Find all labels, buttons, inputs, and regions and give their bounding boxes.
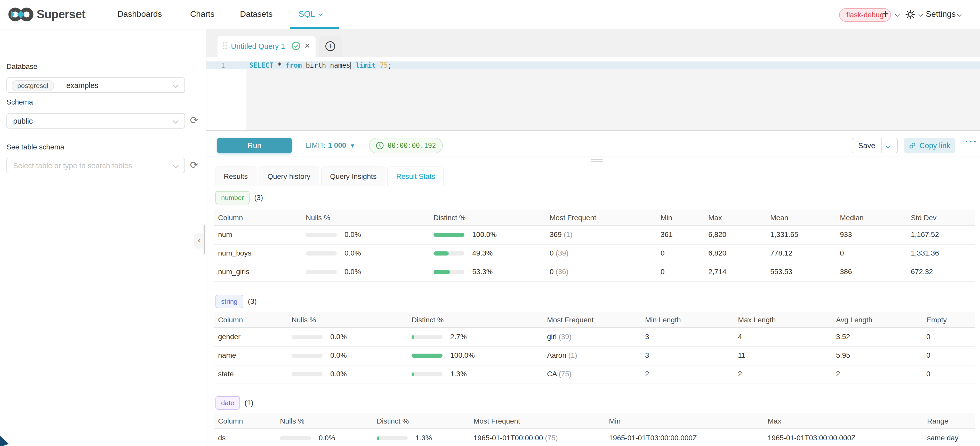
new-item-button[interactable]: + bbox=[882, 7, 889, 21]
stat-value: 11 bbox=[738, 351, 745, 360]
query-tab-title[interactable]: Untitled Query 1 bbox=[231, 42, 285, 51]
drag-handle-icon[interactable] bbox=[223, 42, 224, 44]
column-name: gender bbox=[218, 333, 240, 341]
result-tab-query-history[interactable]: Query history bbox=[259, 166, 319, 186]
limit-label: LIMIT: bbox=[306, 141, 325, 149]
database-engine-tag: postgresql bbox=[12, 80, 54, 91]
limit-caret-icon[interactable]: ▼ bbox=[350, 142, 355, 149]
resize-handle-icon[interactable] bbox=[591, 159, 603, 160]
stat-value: 6,820 bbox=[708, 231, 726, 239]
table-chevron-icon[interactable] bbox=[173, 162, 179, 169]
stat-value: 6,820 bbox=[708, 249, 726, 257]
settings-menu[interactable]: Settings bbox=[926, 9, 956, 19]
column-name: ds bbox=[218, 434, 226, 442]
row-divider bbox=[214, 263, 975, 263]
sql-code-line[interactable]: SELECT * from birth_names limit 75; bbox=[249, 61, 392, 69]
result-tab-results[interactable]: Results bbox=[215, 166, 256, 186]
frequency-count: (1) bbox=[562, 231, 573, 239]
code-token: 75 bbox=[380, 61, 388, 69]
column-count: (3) bbox=[254, 194, 263, 202]
schema-chevron-icon[interactable] bbox=[173, 118, 179, 124]
table-refresh-icon[interactable]: ⟳ bbox=[190, 159, 198, 170]
clock-icon bbox=[376, 142, 384, 150]
stat-value: 4 bbox=[738, 333, 742, 341]
result-tab-query-insights[interactable]: Query Insights bbox=[321, 166, 385, 186]
column-header: Most Frequent bbox=[474, 417, 520, 425]
stat-bar bbox=[433, 233, 465, 237]
type-badge-string: string bbox=[215, 295, 243, 308]
save-chevron-icon[interactable] bbox=[886, 144, 889, 149]
resize-handle-icon[interactable] bbox=[591, 161, 603, 162]
stat-bar-value: 0.0% bbox=[344, 231, 361, 239]
schema-select[interactable]: public bbox=[6, 113, 185, 129]
nav-item-dashboards[interactable]: Dashboards bbox=[118, 9, 162, 19]
stat-bar-value: 100.0% bbox=[450, 351, 475, 360]
stat-bar-fill bbox=[412, 372, 414, 376]
column-header: Distinct % bbox=[377, 417, 409, 425]
code-token bbox=[376, 61, 380, 69]
nav-item-charts[interactable]: Charts bbox=[190, 9, 215, 19]
schema-refresh-icon[interactable]: ⟳ bbox=[190, 115, 198, 126]
database-select[interactable]: postgresql examples bbox=[6, 77, 185, 93]
nav-item-datasets[interactable]: Datasets bbox=[240, 9, 272, 19]
stat-bar-fill bbox=[433, 270, 450, 274]
frequency-count: (39) bbox=[557, 333, 571, 341]
add-tab-button[interactable]: + bbox=[325, 41, 335, 51]
code-token: * bbox=[274, 61, 286, 69]
navbar: Superset DashboardsChartsDatasetsSQL fla… bbox=[0, 0, 980, 29]
stat-value: 0 bbox=[926, 370, 931, 378]
stat-value: 1,331.36 bbox=[911, 249, 939, 257]
save-split-button[interactable]: Save bbox=[852, 138, 898, 153]
theme-chevron-icon[interactable] bbox=[919, 13, 922, 17]
stat-bar-value: 2.7% bbox=[450, 333, 467, 341]
frequency-count: (39) bbox=[554, 249, 569, 257]
nav-chevron-icon bbox=[319, 12, 323, 16]
new-item-chevron-icon[interactable] bbox=[896, 13, 899, 17]
result-tab-result-stats[interactable]: Result Stats bbox=[387, 166, 444, 186]
active-nav-underline bbox=[290, 27, 339, 29]
stat-value: 1965-01-01T00:00:00 (75) bbox=[474, 434, 558, 442]
theme-sun-icon[interactable] bbox=[905, 9, 915, 20]
query-tab[interactable]: Untitled Query 1 ✕ bbox=[218, 36, 316, 57]
column-header: Column bbox=[218, 214, 243, 222]
copy-link-button[interactable]: Copy link bbox=[904, 138, 955, 153]
column-header: Most Frequent bbox=[550, 214, 596, 222]
column-name: num bbox=[218, 231, 232, 239]
stat-value: 778.12 bbox=[770, 249, 792, 257]
stat-bar-fill bbox=[433, 252, 449, 255]
copy-link-label: Copy link bbox=[920, 142, 950, 150]
stat-value: 2 bbox=[645, 370, 649, 378]
stat-value: 0 bbox=[926, 351, 931, 360]
column-header: Median bbox=[840, 214, 864, 222]
stat-bar bbox=[291, 335, 323, 339]
more-actions-button[interactable]: ··· bbox=[965, 136, 978, 147]
stat-value: 361 bbox=[660, 231, 673, 239]
sql-editor[interactable]: 1 SELECT * from birth_names limit 75; bbox=[207, 57, 980, 131]
stat-value: 3.52 bbox=[836, 333, 850, 341]
stat-value: 0 bbox=[660, 249, 665, 257]
stat-bar-fill bbox=[433, 233, 465, 237]
superset-logo-icon[interactable] bbox=[8, 6, 34, 23]
nav-item-sql[interactable]: SQL bbox=[299, 9, 322, 19]
row-divider bbox=[214, 244, 975, 245]
limit-dropdown[interactable]: LIMIT:1 000▼ bbox=[306, 141, 355, 150]
close-tab-icon[interactable]: ✕ bbox=[304, 41, 310, 50]
run-button[interactable]: Run bbox=[217, 138, 292, 153]
column-header: Column bbox=[218, 417, 243, 425]
database-label: Database bbox=[6, 62, 37, 71]
stat-value: 553.53 bbox=[770, 268, 792, 276]
database-chevron-icon[interactable] bbox=[173, 82, 179, 88]
table-select[interactable]: Select table or type to search tables bbox=[6, 158, 185, 173]
editor-background bbox=[247, 69, 980, 130]
type-badge-date: date bbox=[215, 396, 240, 409]
stat-value: 2,714 bbox=[708, 268, 726, 276]
column-header: Empty bbox=[926, 316, 947, 324]
brand-name[interactable]: Superset bbox=[37, 7, 86, 21]
save-button[interactable]: Save bbox=[852, 139, 882, 153]
settings-chevron-icon[interactable] bbox=[958, 13, 961, 17]
code-token: SELECT bbox=[249, 61, 274, 69]
stat-value: 3 bbox=[645, 351, 649, 360]
collapse-sidebar-button[interactable]: ‹ bbox=[194, 233, 204, 248]
stat-bar-value: 1.3% bbox=[415, 434, 432, 442]
timer-value: 00:00:00.192 bbox=[388, 142, 436, 150]
